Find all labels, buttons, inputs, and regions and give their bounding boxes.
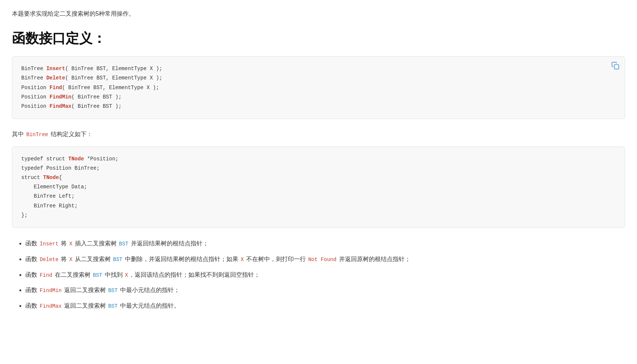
copy-icon[interactable] [611, 61, 619, 75]
keyword-findmin: FindMin [39, 288, 62, 294]
svg-rect-0 [614, 65, 619, 69]
struct-line-6: BinTree Right; [21, 201, 616, 211]
list-item-3: 函数 Find 在二叉搜索树 BST 中找到 X，返回该结点的指针；如果找不到则… [25, 270, 625, 280]
code-block-struct: typedef struct TNode *Position; typedef … [12, 147, 625, 228]
keyword-bst-4: BST [107, 288, 118, 294]
struct-line-5: BinTree Left; [21, 192, 616, 201]
inline-desc: 其中 BinTree 结构定义如下： [12, 129, 625, 139]
struct-line-1: typedef struct TNode *Position; [21, 154, 616, 164]
struct-line-2: typedef Position BinTree; [21, 164, 616, 173]
keyword-bst-2: BST [112, 257, 123, 263]
list-item-4: 函数 FindMin 返回二叉搜索树 BST 中最小元结点的指针； [25, 285, 625, 295]
code-line-2: BinTree Delete( BinTree BST, ElementType… [21, 73, 616, 83]
list-item-1: 函数 Insert 将 X 插入二叉搜索树 BST 并返回结果树的根结点指针； [25, 238, 625, 249]
keyword-bst-1: BST [118, 241, 129, 247]
list-item-2: 函数 Delete 将 X 从二叉搜索树 BST 中删除，并返回结果树的根结点指… [25, 254, 625, 264]
keyword-x-1: X [69, 241, 73, 247]
keyword-x-3: X [240, 257, 244, 263]
list-item-5: 函数 FindMax 返回二叉搜索树 BST 中最大元结点的指针。 [25, 301, 625, 311]
struct-line-4: ElementType Data; [21, 182, 616, 192]
code-block-functions: BinTree Insert( BinTree BST, ElementType… [12, 56, 625, 119]
code-line-1: BinTree Insert( BinTree BST, ElementType… [21, 64, 616, 73]
keyword-findmax: FindMax [39, 303, 62, 309]
struct-line-3: struct TNode{ [21, 173, 616, 182]
inline-desc-suffix: 结构定义如下： [49, 131, 92, 137]
section-title: 函数接口定义： [12, 28, 625, 49]
code-line-4: Position FindMin( BinTree BST ); [21, 92, 616, 102]
struct-line-7: }; [21, 211, 616, 220]
keyword-insert: Insert [39, 241, 59, 247]
inline-bintree-keyword: BinTree [25, 132, 49, 138]
intro-text: 本题要求实现给定二叉搜索树的5种常用操作。 [12, 9, 625, 19]
keyword-delete: Delete [39, 257, 59, 263]
code-line-5: Position FindMax( BinTree BST ); [21, 102, 616, 111]
bullet-list: 函数 Insert 将 X 插入二叉搜索树 BST 并返回结果树的根结点指针； … [12, 238, 625, 311]
keyword-not-found: Not Found [307, 257, 337, 263]
keyword-bst-5: BST [107, 303, 118, 309]
keyword-find: Find [39, 272, 53, 278]
inline-desc-prefix: 其中 [12, 131, 25, 137]
keyword-x-2: X [69, 257, 73, 263]
keyword-bst-3: BST [92, 272, 103, 278]
keyword-x-4: X [124, 272, 129, 278]
code-line-3: Position Find( BinTree BST, ElementType … [21, 83, 616, 92]
